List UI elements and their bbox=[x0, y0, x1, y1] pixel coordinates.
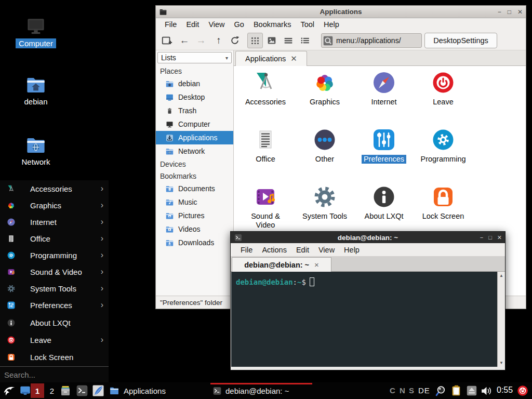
menu-actions[interactable]: Actions bbox=[257, 245, 291, 255]
menu-item-about-lxqt[interactable]: About LXQt bbox=[0, 314, 109, 331]
window-folder-icon bbox=[159, 8, 167, 16]
desktop-icon-network[interactable]: Network bbox=[7, 134, 64, 167]
maximize-button[interactable]: □ bbox=[508, 8, 511, 16]
app-category-graphics[interactable]: Graphics bbox=[295, 69, 354, 126]
sidebar-item-network[interactable]: Network bbox=[156, 144, 233, 158]
terminal-screen[interactable]: debian@debian:~$ ▲ ▼ bbox=[231, 272, 505, 367]
refresh-button[interactable] bbox=[228, 33, 242, 48]
sidebar-item-applications[interactable]: Applications bbox=[156, 131, 233, 144]
workspace-2-button[interactable]: 2 bbox=[46, 383, 58, 398]
desktop-icon-debian[interactable]: debian bbox=[7, 74, 64, 107]
tab-close-icon[interactable]: × bbox=[314, 260, 319, 269]
system-tools-gear-icon bbox=[7, 284, 16, 293]
detailed-view-button[interactable] bbox=[297, 33, 313, 48]
app-category-programming[interactable]: Programming bbox=[414, 126, 473, 183]
desktop-icon-computer[interactable]: Computer bbox=[7, 15, 64, 48]
app-category-preferences[interactable]: Preferences bbox=[354, 126, 414, 183]
sidebar-item-pictures[interactable]: Pictures bbox=[156, 209, 233, 222]
app-category-office[interactable]: Office bbox=[236, 126, 295, 183]
power-icon bbox=[516, 384, 529, 397]
sidebar-item-downloads[interactable]: Downloads bbox=[156, 236, 233, 249]
menu-edit[interactable]: Edit bbox=[181, 19, 204, 30]
new-tab-button[interactable] bbox=[159, 33, 174, 48]
start-menu-button[interactable] bbox=[2, 384, 17, 397]
tray-volume[interactable] bbox=[480, 384, 493, 397]
home-folder-icon bbox=[24, 74, 48, 96]
terminal-tab[interactable]: debian@debian: ~ × bbox=[232, 257, 331, 272]
fm-titlebar[interactable]: Applications − □ ✕ bbox=[156, 6, 526, 18]
forward-button[interactable]: → bbox=[194, 33, 208, 48]
menu-view[interactable]: View bbox=[314, 245, 339, 255]
back-button[interactable]: ← bbox=[177, 33, 192, 48]
menu-file[interactable]: File bbox=[160, 19, 181, 30]
terminal-titlebar[interactable]: debian@debian: ~ − □ ✕ bbox=[231, 232, 505, 243]
terminal-scrollbar[interactable]: ▲ ▼ bbox=[497, 272, 505, 367]
tray-clipboard-manager[interactable] bbox=[450, 384, 463, 397]
sidebar-item-documents[interactable]: Documents bbox=[156, 182, 233, 195]
workspace-1-button[interactable]: 1 bbox=[31, 383, 44, 398]
app-category-accessories[interactable]: Accessories bbox=[236, 69, 295, 126]
menu-file[interactable]: File bbox=[236, 245, 257, 255]
menu-item-preferences[interactable]: Preferences › bbox=[0, 297, 109, 313]
sidebar-item-trash[interactable]: Trash bbox=[156, 104, 233, 117]
app-category-leave[interactable]: Leave bbox=[414, 69, 473, 126]
menu-help[interactable]: Help bbox=[319, 19, 344, 30]
app-category-other[interactable]: Other bbox=[295, 126, 354, 183]
sidebar-item-computer[interactable]: Computer bbox=[156, 117, 233, 131]
menu-tool[interactable]: Tool bbox=[296, 19, 319, 30]
app-category-internet[interactable]: Internet bbox=[354, 69, 414, 126]
sidebar-item-music[interactable]: Music bbox=[156, 195, 233, 209]
tab-close-icon[interactable]: ✕ bbox=[290, 54, 297, 63]
quicklaunch-featherpad[interactable] bbox=[92, 384, 104, 397]
close-button[interactable]: ✕ bbox=[497, 234, 502, 241]
preferences-icon bbox=[7, 301, 16, 310]
menu-go[interactable]: Go bbox=[230, 19, 249, 30]
menu-item-graphics[interactable]: Graphics › bbox=[0, 197, 109, 214]
menu-item-sound-video[interactable]: Sound & Video › bbox=[0, 263, 109, 280]
sidebar-item-videos[interactable]: Videos bbox=[156, 222, 233, 236]
menu-search-input[interactable] bbox=[4, 370, 98, 379]
menu-view[interactable]: View bbox=[204, 19, 229, 30]
scroll-down-icon[interactable]: ▼ bbox=[499, 361, 503, 365]
computer-icon bbox=[165, 120, 174, 129]
menu-item-office[interactable]: Office › bbox=[0, 230, 109, 247]
tray-power-button[interactable] bbox=[516, 384, 529, 397]
clock[interactable]: 0:55 bbox=[497, 385, 513, 395]
menu-item-leave[interactable]: Leave › bbox=[0, 331, 109, 348]
fm-tab-applications[interactable]: Applications ✕ bbox=[235, 51, 307, 66]
sidebar-item-debian[interactable]: debian bbox=[156, 77, 233, 90]
menu-item-programming[interactable]: Programming › bbox=[0, 247, 109, 263]
maximize-button[interactable]: □ bbox=[488, 234, 492, 241]
scroll-up-icon[interactable]: ▲ bbox=[499, 273, 503, 278]
task-button-applications[interactable]: Applications bbox=[109, 382, 166, 399]
lock-screen-icon bbox=[431, 184, 456, 209]
sidebar-mode-selector[interactable]: Lists ▾ bbox=[157, 52, 232, 63]
address-bar[interactable]: menu://applications/ bbox=[321, 33, 422, 48]
tray-screenshot-tool[interactable] bbox=[435, 384, 448, 397]
menu-item-accessories[interactable]: Accessories › bbox=[0, 180, 109, 197]
minimize-button[interactable]: − bbox=[498, 8, 501, 16]
tray-removable-media[interactable] bbox=[466, 385, 477, 396]
menu-item-internet[interactable]: Internet › bbox=[0, 214, 109, 230]
keyboard-layout-indicator[interactable]: DE bbox=[418, 386, 430, 395]
compact-view-button[interactable] bbox=[281, 33, 296, 48]
programming-icon bbox=[7, 251, 16, 260]
icon-view-button[interactable] bbox=[247, 33, 263, 48]
menu-item-system-tools[interactable]: System Tools › bbox=[0, 280, 109, 297]
desktop-settings-button[interactable]: DesktopSettings bbox=[424, 33, 497, 48]
minimize-button[interactable]: − bbox=[480, 234, 483, 241]
chevron-right-icon: › bbox=[101, 267, 103, 276]
task-button-terminal[interactable]: debian@debian: ~ bbox=[212, 382, 289, 399]
sidebar-item-desktop[interactable]: Desktop bbox=[156, 90, 233, 104]
menu-bookmarks[interactable]: Bookmarks bbox=[249, 19, 296, 30]
menu-edit[interactable]: Edit bbox=[291, 245, 314, 255]
thumbnail-view-button[interactable] bbox=[264, 33, 280, 48]
quicklaunch-terminal[interactable] bbox=[76, 384, 88, 397]
quicklaunch-file-manager[interactable] bbox=[59, 384, 72, 397]
close-button[interactable]: ✕ bbox=[517, 8, 523, 16]
show-desktop-button[interactable] bbox=[19, 385, 31, 396]
new-tab-icon bbox=[161, 35, 172, 46]
menu-item-lock-screen[interactable]: Lock Screen bbox=[0, 349, 109, 365]
up-button[interactable]: ↑ bbox=[211, 33, 226, 48]
menu-help[interactable]: Help bbox=[339, 245, 364, 255]
